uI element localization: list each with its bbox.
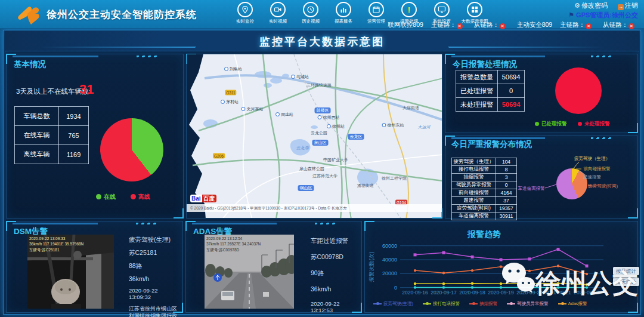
- link-status-icon: ✕: [628, 23, 634, 29]
- gps-admin-label[interactable]: ⚑GPS管理员:徐州公交: [388, 11, 638, 20]
- panel-decoration: [192, 223, 355, 224]
- data-point: [471, 286, 473, 288]
- legend-item[interactable]: 疲劳驾驶(生理): [373, 301, 413, 307]
- legend-item[interactable]: 接打电话报警: [423, 301, 460, 307]
- alarm-time: 2020-09-22 13:09:32: [129, 287, 180, 300]
- alarm-type: 车距过近报警: [311, 237, 361, 245]
- alarm-trend-panel: 报警趋势 02000040000600002020-09-162020-09-1…: [364, 221, 638, 313]
- pie-slice-label: 超速报警: [583, 174, 601, 180]
- nav-item-report-service[interactable]: 报表服务: [331, 2, 356, 24]
- alarm-type: 疲劳驾驶(生理): [129, 236, 180, 244]
- table-cell: 超速报警: [452, 197, 496, 205]
- legend-item[interactable]: 抽烟报警: [469, 301, 497, 307]
- map-label-station: 徐州站: [327, 124, 345, 130]
- app-header: 徐州公交主动安全智能防控系统 实时监控 实时视频 历史视频: [0, 0, 644, 29]
- change-password-link[interactable]: ⚙修改密码: [574, 2, 608, 9]
- map-label-poi: 中国矿业大学: [323, 157, 348, 163]
- data-point: [557, 264, 559, 267]
- nav-item-realtime-video[interactable]: 实时视频: [265, 2, 290, 24]
- route-number: 88路: [129, 262, 180, 270]
- data-point: [500, 258, 503, 261]
- data-point: [528, 282, 531, 285]
- daily-stats-button[interactable]: 按天统计: [613, 278, 639, 286]
- speed-value: 36km/h: [311, 285, 361, 293]
- table-row: 车辆总数 1934: [15, 107, 89, 126]
- dsm-snapshot-image[interactable]: 2020-09-22 13:09:33 36km/h 117.19401E 35…: [27, 235, 114, 309]
- table-cell: 0: [496, 181, 517, 189]
- legend-marker: [373, 303, 382, 304]
- alarm-handling-pie-chart: [555, 67, 602, 114]
- data-point: [414, 253, 417, 256]
- table-cell: 前向碰撞报警: [452, 189, 496, 197]
- data-point: [528, 257, 531, 260]
- dsm-details: 疲劳驾驶(生理) 苏C25181 88路 36km/h 2020-09-22 1…: [129, 236, 180, 317]
- nav-item-history-video[interactable]: 历史视频: [298, 2, 323, 24]
- table-row: 接打电话报警8: [452, 166, 517, 174]
- basic-status-panel: 基本情况 3天及以上不在线车辆数: 31 车辆总数 1934 在线车辆 765 …: [6, 54, 184, 218]
- legend-dot: [96, 194, 101, 199]
- table-cell: 已处理报警: [456, 84, 498, 98]
- y-tick-label: 40000: [382, 257, 397, 263]
- legend-item[interactable]: Adas报警: [558, 301, 587, 307]
- pie-slice-label: 车道偏离报警: [518, 186, 545, 192]
- video-camera-icon: [270, 2, 286, 17]
- nav-item-operation-mgmt[interactable]: 运营管理: [364, 2, 389, 24]
- logout-icon: →: [618, 4, 624, 10]
- table-cell: 19357: [496, 205, 517, 213]
- data-point: [471, 269, 473, 272]
- adas-snapshot-image[interactable]: 2020-09-22 13:12:54 37km/h 117.26527E 34…: [205, 235, 294, 309]
- location-pin-icon: [237, 2, 253, 17]
- route-number: 90路: [311, 269, 361, 278]
- link-status-icon: ✕: [500, 23, 506, 29]
- data-point: [557, 248, 560, 251]
- severe-distribution-pie-chart: [556, 168, 587, 199]
- logout-link[interactable]: →注销: [618, 2, 638, 9]
- baidu-map[interactable]: Bai百度 © 2020 Baidu - GS(2019)5218号 - 甲测资…: [187, 54, 442, 218]
- pie-legend: 在线 离线: [96, 193, 163, 201]
- legend-label: Adas报警: [568, 301, 587, 307]
- page-banner: 监控平台大数据示意图: [5, 31, 639, 51]
- data-point: [414, 282, 416, 285]
- table-cell: 接打电话报警: [452, 166, 496, 174]
- table-row: 抽烟报警3: [452, 174, 517, 181]
- monthly-stats-button[interactable]: 按月统计: [613, 267, 639, 275]
- severe-alarm-table: 疲劳驾驶（生理）104 接打电话报警8 抽烟报警3 驾驶员异常报警0 前向碰撞报…: [451, 158, 517, 220]
- x-tick-label: 2020-09-22: [574, 290, 600, 296]
- y-tick-label: 20000: [382, 270, 397, 276]
- map-label-water-label: 大运河: [418, 124, 431, 130]
- table-row: 在线车辆 765: [15, 126, 89, 145]
- map-label-station: 刘集站: [224, 66, 242, 72]
- legend-marker: [558, 303, 566, 304]
- dashboard-stage: 徐州公交主动安全智能防控系统 实时监控 实时视频 历史视频: [0, 0, 644, 317]
- table-cell: 离线车辆: [15, 145, 59, 164]
- legend-marker: [423, 303, 431, 304]
- table-cell: 4164: [496, 189, 517, 197]
- data-point: [471, 282, 473, 285]
- header-user-area: ⚙修改密码 →注销 ⚑GPS管理员:徐州公交 联网联控809 主链路：✕ 从链路…: [388, 1, 638, 29]
- adas-alarm-panel: ADAS告警: [185, 221, 362, 313]
- alarm-address: 江苏省徐州市铜山区利国镇徐钢集团行政楼徐钢集团行政楼东南357米: [129, 305, 180, 317]
- pie-legend: 已处理报警 未处理报警: [535, 121, 623, 128]
- table-cell: 驾驶员异常报警: [452, 181, 496, 189]
- legend-item[interactable]: 驾驶员异常报警: [507, 301, 549, 307]
- nav-item-realtime-monitor[interactable]: 实时监控: [233, 2, 258, 24]
- link-status-icon: ✕: [586, 23, 592, 29]
- panel-decoration: [451, 137, 631, 139]
- history-video-icon: [303, 2, 318, 17]
- pie-slice-label: 前向碰撞报警: [584, 166, 611, 172]
- data-point: [442, 282, 445, 285]
- table-cell: 0: [498, 84, 525, 98]
- x-tick-label: 2020-09-18: [459, 290, 485, 296]
- baidu-logo: Bai百度: [190, 195, 216, 203]
- data-point: [557, 282, 559, 284]
- map-label-station: 茅村站: [221, 99, 239, 105]
- gear-icon: ⚙: [574, 2, 580, 10]
- map-label-station: 周庄站: [275, 112, 293, 118]
- map-base-layer: [187, 54, 442, 218]
- table-row: 疲劳驾驶（生理）104: [452, 158, 517, 166]
- table-cell: 车道偏离报警: [452, 213, 496, 220]
- table-cell: 8: [496, 166, 517, 174]
- table-cell: 104: [496, 158, 517, 166]
- legend-dot: [578, 122, 582, 126]
- map-label-badge: 鼓楼区: [315, 107, 331, 113]
